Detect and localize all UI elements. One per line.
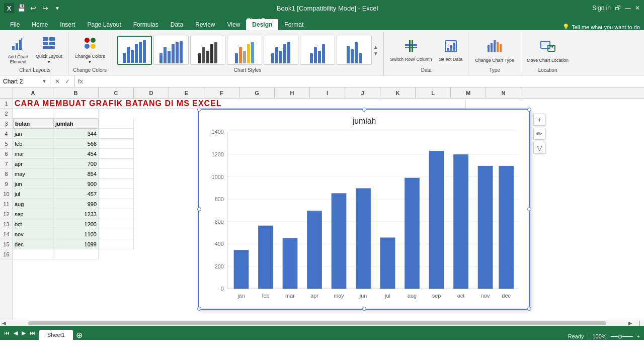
row-num-4[interactable]: 4 [0,129,13,139]
change-chart-type-button[interactable]: Change Chart Type [472,37,517,64]
tell-me-input[interactable]: Tell me what you want to do [572,24,640,30]
row-num-6[interactable]: 6 [0,149,13,159]
cell-c15[interactable] [99,239,134,249]
cell-b6[interactable]: 454 [53,149,99,159]
add-chart-element-button[interactable]: + Add ChartElement [5,35,31,66]
cell-a12[interactable]: sep [13,209,53,219]
cell-a8[interactable]: may [13,169,53,179]
cell-a15[interactable]: dec [13,239,53,249]
cell-c6[interactable] [99,149,134,159]
tab-review[interactable]: Review [189,19,221,30]
chart-handle-mr[interactable] [527,207,531,211]
cell-c10[interactable] [99,189,134,199]
chart-style-3[interactable] [190,36,225,65]
sign-in-link[interactable]: Sign in [592,5,611,12]
bar-mar[interactable] [283,238,298,289]
tab-data[interactable]: Data [165,19,189,30]
chart-handle-br[interactable] [527,307,531,311]
cell-b10[interactable]: 457 [53,189,99,199]
cell-c3[interactable] [99,119,134,129]
chart-handle-ml[interactable] [197,207,201,211]
cell-b14[interactable]: 1100 [53,229,99,239]
tab-page-layout[interactable]: Page Layout [81,19,127,30]
chart-styles-scroll-up[interactable]: ▲ [373,44,378,50]
formula-input[interactable] [86,78,644,85]
cell-a5[interactable]: feb [13,139,53,149]
row-num-14[interactable]: 14 [0,229,13,239]
next-sheet-button[interactable]: ▶ [20,330,28,336]
row-num-11[interactable]: 11 [0,199,13,209]
cell-b16[interactable] [53,249,99,259]
cell-a9[interactable]: jun [13,179,53,189]
bar-may[interactable] [332,193,347,289]
row-num-16[interactable]: 16 [0,249,13,259]
chart-style-1[interactable] [117,36,152,65]
cell-a4[interactable]: jan [13,129,53,139]
col-header-m[interactable]: M [451,87,486,98]
col-header-f[interactable]: F [204,87,239,98]
bar-nov[interactable] [478,166,493,289]
cell-b11[interactable]: 990 [53,199,99,209]
cell-b15[interactable]: 1099 [53,239,99,249]
select-data-button[interactable]: Select Data [437,38,465,63]
cell-b8[interactable]: 854 [53,169,99,179]
sheet1-tab[interactable]: Sheet1 [39,330,73,340]
row-num-9[interactable]: 9 [0,179,13,189]
row-num-2[interactable]: 2 [0,109,13,119]
cell-c5[interactable] [99,139,134,149]
minimize-button[interactable]: — [625,5,631,12]
row-num-15[interactable]: 15 [0,239,13,249]
col-header-n[interactable]: N [486,87,521,98]
tab-file[interactable]: File [4,19,26,30]
chart-styles-button[interactable]: ✏ [533,128,545,140]
bar-jan[interactable] [234,250,249,289]
scroll-right-arrow[interactable]: ▶ [626,320,634,326]
prev-sheet-button[interactable]: ◀ [12,330,20,336]
col-header-c[interactable]: C [99,87,134,98]
col-header-i[interactable]: I [310,87,345,98]
col-header-a[interactable]: A [13,87,53,98]
save-button[interactable]: 💾 [16,3,26,13]
undo-button[interactable]: ↩ [28,3,38,13]
bar-dec[interactable] [499,166,514,289]
name-box[interactable]: Chart 2 ▼ [0,75,50,87]
cell-b2[interactable] [53,109,99,119]
bar-feb[interactable] [258,226,273,289]
chart-handle-bl[interactable] [197,307,201,311]
chart-style-2[interactable] [153,36,189,65]
row-num-3[interactable]: 3 [0,119,13,129]
cell-a13[interactable]: oct [13,219,53,229]
cancel-formula-button[interactable]: ✕ [52,76,62,86]
cell-c4[interactable] [99,129,134,139]
col-header-d[interactable]: D [134,87,169,98]
col-header-j[interactable]: J [345,87,380,98]
scroll-thumb[interactable] [28,321,606,325]
cell-b13[interactable]: 1200 [53,219,99,229]
col-header-h[interactable]: H [275,87,310,98]
cell-c8[interactable] [99,169,134,179]
scroll-left-arrow[interactable]: ◀ [0,320,8,326]
title-cell[interactable]: CARA MEMBUAT GRAFIK BATANG DI MS EXCEL [13,99,466,109]
row-num-5[interactable]: 5 [0,139,13,149]
tab-format[interactable]: Format [278,19,309,30]
col-header-l[interactable]: L [416,87,451,98]
bar-sep[interactable] [429,151,444,289]
chart-style-5[interactable] [264,36,299,65]
bar-aug[interactable] [405,178,420,289]
row-num-1[interactable]: 1 [0,99,13,109]
row-num-13[interactable]: 13 [0,219,13,229]
tab-home[interactable]: Home [26,19,54,30]
col-header-e[interactable]: E [169,87,204,98]
zoom-in-button[interactable]: + [637,333,640,339]
cell-b4[interactable]: 344 [53,129,99,139]
chart-elements-button[interactable]: + [533,114,545,126]
col-header-g[interactable]: G [239,87,275,98]
bar-apr[interactable] [307,211,322,289]
tab-view[interactable]: View [221,19,247,30]
switch-row-column-button[interactable]: Switch Row/ Column [388,38,435,63]
customize-qat-button[interactable]: ▼ [52,3,62,13]
change-colors-button[interactable]: Change Colors ▼ [72,35,108,66]
cell-a6[interactable]: mar [13,149,53,159]
cell-a14[interactable]: nov [13,229,53,239]
row-num-10[interactable]: 10 [0,189,13,199]
